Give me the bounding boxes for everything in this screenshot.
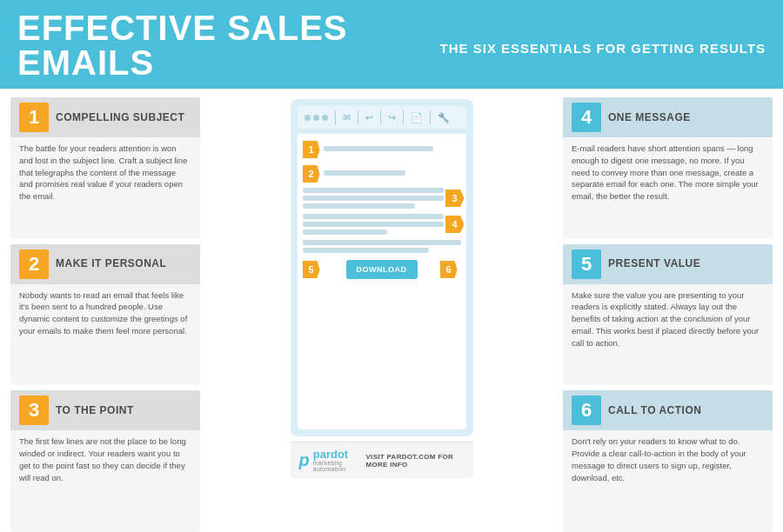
- arrow-badge-4: 4: [445, 216, 465, 233]
- email-arrow-2-wrapper: 2: [303, 165, 461, 183]
- toolbar-dot-2: [313, 115, 319, 121]
- arrow-badge-5: 5: [303, 261, 320, 278]
- email-section-3-wrapper: 3: [303, 188, 461, 209]
- section-1-card: 1 COMPELLING SUBJECT The battle for your…: [10, 97, 200, 239]
- email-line: [324, 146, 433, 151]
- section-4-header: 4 ONE MESSAGE: [563, 97, 773, 137]
- section-4-text: E-mail readers have short attention span…: [572, 143, 764, 203]
- toolbar-sep-4: [403, 110, 404, 124]
- email-line: [324, 170, 406, 176]
- section-6-header: 6 CALL TO ACTION: [563, 390, 773, 430]
- section-5-card: 5 PRESENT VALUE Make sure the value you …: [563, 244, 773, 386]
- email-section-4-wrapper: 4: [303, 214, 461, 235]
- pardot-brand-sub: marketing automation: [313, 460, 358, 472]
- section-2-header: 2 MAKE IT PERSONAL: [10, 244, 200, 284]
- email-body: 1 2: [298, 134, 466, 429]
- email-lines-1: [324, 146, 461, 154]
- section-2-title: MAKE IT PERSONAL: [56, 257, 166, 269]
- email-line: [303, 203, 416, 209]
- email-line: [303, 248, 430, 253]
- section-1-text: The battle for your readers attention is…: [19, 143, 191, 203]
- section-3-header: 3 TO THE POINT: [10, 390, 200, 430]
- toolbar-dot-1: [304, 115, 311, 121]
- header: EFFECTIVE SALES EMAILS THE SIX ESSENTIAL…: [0, 0, 783, 89]
- section-5-badge: 5: [572, 249, 601, 279]
- pardot-p-letter: p: [299, 450, 310, 470]
- section-4-card: 4 ONE MESSAGE E-mail readers have short …: [563, 97, 773, 239]
- toolbar-sep-2: [358, 110, 358, 124]
- section-4-badge: 4: [572, 103, 601, 132]
- email-mockup: ✉ ↩ ↪ 📄 🔧 1: [291, 99, 473, 436]
- toolbar-dots: [304, 115, 328, 121]
- arrow-badge-3: 3: [445, 190, 465, 207]
- section-3-badge: 3: [19, 396, 49, 425]
- email-line: [303, 188, 444, 193]
- section-1-title: COMPELLING SUBJECT: [56, 111, 184, 123]
- toolbar-sep-5: [430, 110, 431, 124]
- toolbar-dot-3: [322, 115, 328, 121]
- email-arrow-2: 2: [303, 165, 461, 183]
- arrow-badge-2: 2: [303, 165, 320, 183]
- email-line: [303, 229, 387, 235]
- email-line: [303, 240, 461, 245]
- email-lines-group-4: [303, 214, 444, 235]
- section-6-title: CALL TO ACTION: [608, 404, 701, 416]
- email-lines-plain: [303, 240, 461, 253]
- pardot-text-block: pardot marketing automation: [313, 449, 358, 472]
- section-2-badge: 2: [19, 249, 49, 279]
- section-6-badge: 6: [572, 396, 601, 425]
- email-line: [303, 222, 444, 227]
- undo-icon: ↩: [365, 112, 373, 123]
- email-download-row: 5 DOWNLOAD 6: [303, 260, 461, 279]
- file-icon: 📄: [411, 112, 423, 123]
- main-content: 1 COMPELLING SUBJECT The battle for your…: [0, 89, 783, 532]
- section-6-card: 6 CALL TO ACTION Don't rely on your read…: [563, 390, 773, 532]
- toolbar-sep-1: [335, 110, 336, 124]
- footer-url: VISIT PARDOT.COM FOR MORE INFO: [365, 453, 464, 469]
- arrow-badge-6: 6: [440, 261, 458, 278]
- redo-icon: ↪: [388, 112, 396, 123]
- main-title: EFFECTIVE SALES EMAILS: [17, 10, 440, 80]
- email-lines-2: [324, 170, 461, 178]
- section-3-card: 3 TO THE POINT The first few lines are n…: [10, 390, 200, 532]
- download-button[interactable]: DOWNLOAD: [346, 260, 418, 279]
- email-line: [303, 196, 444, 201]
- settings-icon: 🔧: [438, 112, 450, 123]
- toolbar-sep-3: [380, 110, 381, 124]
- section-2-text: Nobody wants to read an email that feels…: [19, 289, 191, 337]
- right-column: 4 ONE MESSAGE E-mail readers have short …: [552, 89, 783, 532]
- section-3-title: TO THE POINT: [56, 404, 134, 416]
- email-icon: ✉: [343, 112, 351, 123]
- email-arrow-1: 1: [303, 141, 461, 158]
- pardot-logo: p pardot marketing automation: [299, 449, 358, 472]
- section-2-card: 2 MAKE IT PERSONAL Nobody wants to read …: [10, 244, 200, 386]
- email-toolbar: ✉ ↩ ↪ 📄 🔧: [298, 106, 466, 129]
- header-subtitle: THE SIX ESSENTIALS FOR GETTING RESULTS: [440, 36, 766, 56]
- email-line: [303, 214, 444, 219]
- email-lines-group-3: [303, 188, 444, 209]
- section-5-text: Make sure the value you are presenting t…: [572, 289, 764, 349]
- center-column: ✉ ↩ ↪ 📄 🔧 1: [211, 89, 552, 532]
- left-column: 1 COMPELLING SUBJECT The battle for your…: [0, 89, 211, 532]
- section-5-header: 5 PRESENT VALUE: [563, 244, 773, 284]
- section-1-header: 1 COMPELLING SUBJECT: [10, 97, 200, 137]
- section-4-title: ONE MESSAGE: [608, 111, 691, 123]
- section-6-text: Don't rely on your readers to know what …: [572, 436, 764, 483]
- section-3-text: The first few lines are not the place to…: [19, 436, 191, 483]
- section-5-title: PRESENT VALUE: [608, 257, 700, 269]
- arrow-badge-1: 1: [303, 141, 320, 158]
- pardot-brand-name: pardot: [313, 449, 358, 460]
- section-1-badge: 1: [19, 103, 49, 132]
- footer: p pardot marketing automation VISIT PARD…: [291, 442, 473, 478]
